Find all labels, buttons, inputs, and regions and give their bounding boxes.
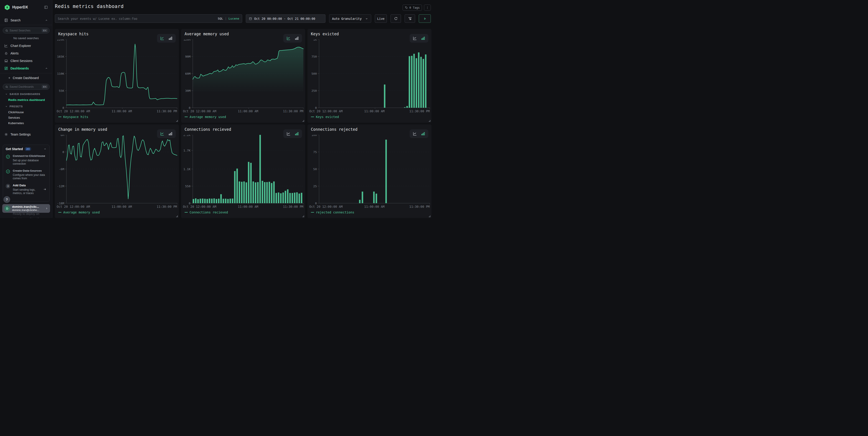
svg-text:55K: 55K [59, 89, 64, 92]
chart-legend[interactable]: Keyspace hits [58, 115, 88, 119]
saved-searches-box[interactable]: ⌘K [3, 28, 50, 33]
chevron-right-icon [45, 207, 48, 210]
x-axis-labels: Oct 20 12:00:00 AM 11:00:00 AM 11:30:00 … [183, 109, 303, 113]
saved-searches-input[interactable] [9, 29, 42, 32]
x-axis-labels: Oct 20 12:00:00 AM 11:00:00 AM 11:30:00 … [183, 205, 303, 209]
time-range-picker[interactable]: Oct 20 00:00:00 - Oct 21 00:00:00 [246, 14, 326, 23]
sidebar-item-dashboards[interactable]: Dashboards [0, 65, 52, 71]
svg-text:1K: 1K [313, 39, 317, 41]
no-saved-searches-text: No saved searches [0, 36, 52, 40]
shortcut-badge: ⌘K [42, 29, 48, 32]
search-journal-icon [4, 18, 8, 22]
chart-title: Keys evicted [311, 32, 339, 36]
help-button[interactable]: ? [3, 196, 10, 203]
saved-dashboards-input[interactable] [9, 85, 42, 88]
logo-row: HyperDX [0, 0, 52, 14]
chevron-up-icon[interactable] [43, 147, 46, 151]
saved-dashboards-box[interactable]: ⌘K [3, 84, 50, 90]
chart-plot[interactable]: 05501.1K1.7K2.2K [183, 135, 305, 205]
presets-section-header[interactable]: PRESETS [5, 105, 23, 108]
chart-legend[interactable]: Connections recieved [185, 210, 228, 214]
step-title: Add Data [13, 183, 42, 187]
lucene-toggle[interactable]: Lucene [228, 17, 239, 20]
chart-title: Average memory used [185, 32, 229, 36]
plus-icon [8, 76, 11, 80]
chevron-up-icon[interactable] [45, 19, 48, 22]
get-started-item-add-data[interactable]: 3 Add Data Start sending logs, metrics, … [6, 183, 46, 195]
chart-legend[interactable]: Keys evicted [311, 115, 339, 119]
sidebar-item-chart-explorer[interactable]: Chart Explorer [0, 42, 52, 49]
create-dashboard-button[interactable]: Create Dashboard [0, 75, 52, 81]
legend-swatch [311, 117, 314, 117]
resize-handle[interactable] [303, 215, 304, 217]
sidebar-item-search[interactable]: Search [0, 17, 52, 24]
step-subtitle: Set up your database connection [13, 159, 46, 166]
time-range-value: Oct 20 00:00:00 - Oct 21 00:00:00 [254, 17, 315, 21]
refresh-button[interactable] [391, 14, 401, 23]
get-started-item-connect[interactable]: Connect to ClickHouse Set up your databa… [6, 154, 46, 166]
main-content: Redis metrics dashboard 0 Tags SQL | Luc… [52, 0, 434, 218]
sidebar-item-preset-services[interactable]: Services [8, 116, 20, 119]
svg-text:1.1K: 1.1K [183, 168, 190, 171]
chart-legend[interactable]: Average memory used [185, 115, 226, 119]
resize-handle[interactable] [176, 215, 178, 217]
sidebar-item-label: Search [10, 19, 45, 22]
chart-plot[interactable]: 030M60M90M120M [183, 39, 305, 109]
svg-text:2.2K: 2.2K [183, 135, 190, 137]
svg-text:0: 0 [315, 202, 317, 205]
sidebar-item-preset-clickhouse[interactable]: ClickHouse [8, 111, 24, 114]
svg-text:100: 100 [312, 135, 317, 137]
svg-text:-18M: -18M [57, 202, 64, 205]
chart-plot[interactable]: 02505007501K [309, 39, 432, 109]
chart-plot[interactable]: 055K110K165K220K [57, 39, 179, 109]
arrow-right-icon[interactable] [43, 183, 46, 195]
chart-legend[interactable]: rejected connections [311, 210, 354, 214]
sidebar-item-label: Dashboards [10, 66, 45, 70]
page-title: Redis metrics dashboard [55, 4, 124, 9]
chart-legend[interactable]: Average memory used [58, 210, 100, 214]
laptop-icon [4, 59, 8, 63]
event-search-box[interactable]: SQL | Lucene [55, 14, 242, 23]
event-search-input[interactable] [58, 17, 218, 21]
svg-text:0: 0 [189, 106, 190, 109]
more-options-button[interactable] [424, 5, 431, 11]
collapse-sidebar-icon[interactable] [44, 5, 48, 9]
chart-panel-connections-rejected: Connections rejected 0255075100 Oct 20 1… [307, 124, 432, 218]
sidebar-item-client-sessions[interactable]: Client Sessions [0, 58, 52, 64]
sidebar-item-alerts[interactable]: Alerts [0, 50, 52, 57]
step-subtitle: Start sending logs, metrics, or traces [13, 188, 42, 195]
calendar-icon [249, 17, 252, 20]
resize-handle[interactable] [429, 120, 430, 122]
run-query-button[interactable] [419, 14, 431, 23]
filter-button[interactable] [405, 14, 415, 23]
chart-plot[interactable]: 0255075100 [309, 135, 432, 205]
saved-dashboards-section-header[interactable]: SAVED DASHBOARDS [5, 93, 40, 95]
svg-text:120M: 120M [183, 39, 190, 41]
live-button[interactable]: Live [375, 14, 387, 23]
user-email: dominic.tran@clickho... [12, 209, 45, 212]
chart-plot[interactable]: 6M0-6M-12M-18M [57, 135, 179, 205]
tag-icon [405, 6, 408, 9]
chevron-down-icon [5, 93, 8, 95]
avatar: D [4, 205, 10, 212]
tags-button[interactable]: 0 Tags [403, 5, 422, 11]
sidebar-item-preset-kubernetes[interactable]: Kubernetes [8, 121, 24, 125]
chevron-up-icon[interactable] [45, 67, 48, 70]
get-started-item-sources[interactable]: Create Data Sources Configure where your… [6, 169, 46, 180]
user-menu[interactable]: D dominic.tran@clic... dominic.tran@clic… [2, 204, 50, 213]
check-circle-icon [6, 169, 10, 180]
sidebar-item-team-settings[interactable]: Team Settings [0, 131, 52, 138]
create-dashboard-label: Create Dashboard [13, 76, 48, 80]
resize-handle[interactable] [429, 215, 430, 217]
granularity-select[interactable]: Auto Granularity [329, 14, 371, 23]
resize-handle[interactable] [176, 120, 178, 122]
step-subtitle: Configure where your data comes from [13, 173, 46, 180]
app-title: HyperDX [12, 5, 44, 9]
chart-grid: Keyspace hits 055K110K165K220K Oct 20 12… [55, 29, 432, 218]
resize-handle[interactable] [303, 120, 304, 122]
sidebar-item-redis-dashboard[interactable]: Redis metrics dashboard [8, 98, 45, 101]
svg-text:110K: 110K [57, 72, 64, 76]
sql-toggle[interactable]: SQL [218, 17, 223, 20]
gear-icon [4, 132, 8, 137]
chart-panel-keys-evicted: Keys evicted 02505007501K Oct 20 12:00:0… [307, 29, 432, 123]
